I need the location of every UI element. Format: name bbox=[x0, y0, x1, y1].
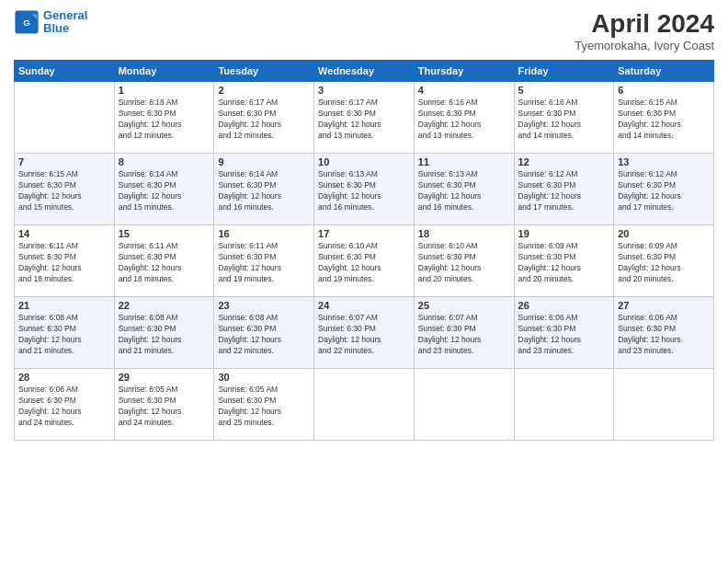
col-tuesday: Tuesday bbox=[214, 61, 314, 82]
table-cell: 24Sunrise: 6:07 AM Sunset: 6:30 PM Dayli… bbox=[314, 297, 415, 369]
table-cell: 10Sunrise: 6:13 AM Sunset: 6:30 PM Dayli… bbox=[314, 154, 415, 225]
table-cell bbox=[314, 369, 415, 441]
calendar-table: Sunday Monday Tuesday Wednesday Thursday… bbox=[14, 60, 714, 441]
table-cell: 5Sunrise: 6:16 AM Sunset: 6:30 PM Daylig… bbox=[514, 82, 614, 154]
day-number: 13 bbox=[618, 156, 710, 167]
day-number: 11 bbox=[418, 156, 510, 167]
day-info: Sunrise: 6:06 AM Sunset: 6:30 PM Dayligh… bbox=[18, 385, 110, 429]
table-cell: 25Sunrise: 6:07 AM Sunset: 6:30 PM Dayli… bbox=[414, 297, 514, 369]
table-cell: 26Sunrise: 6:06 AM Sunset: 6:30 PM Dayli… bbox=[514, 297, 614, 369]
table-cell: 14Sunrise: 6:11 AM Sunset: 6:30 PM Dayli… bbox=[15, 225, 115, 297]
table-cell: 12Sunrise: 6:12 AM Sunset: 6:30 PM Dayli… bbox=[514, 154, 614, 225]
day-number: 14 bbox=[18, 228, 110, 239]
day-number: 9 bbox=[218, 156, 310, 167]
header: G General Blue April 2024 Tyemorokaha, I… bbox=[14, 9, 714, 52]
table-cell: 8Sunrise: 6:14 AM Sunset: 6:30 PM Daylig… bbox=[114, 154, 214, 225]
day-number: 1 bbox=[119, 85, 210, 96]
table-cell: 7Sunrise: 6:15 AM Sunset: 6:30 PM Daylig… bbox=[15, 154, 115, 225]
day-number: 18 bbox=[418, 228, 510, 239]
day-info: Sunrise: 6:12 AM Sunset: 6:30 PM Dayligh… bbox=[518, 169, 610, 213]
table-cell: 3Sunrise: 6:17 AM Sunset: 6:30 PM Daylig… bbox=[314, 82, 415, 154]
week-row-3: 21Sunrise: 6:08 AM Sunset: 6:30 PM Dayli… bbox=[15, 297, 714, 369]
table-cell: 23Sunrise: 6:08 AM Sunset: 6:30 PM Dayli… bbox=[214, 297, 314, 369]
day-number: 23 bbox=[218, 300, 310, 311]
svg-text:G: G bbox=[23, 17, 30, 28]
day-info: Sunrise: 6:09 AM Sunset: 6:30 PM Dayligh… bbox=[518, 241, 610, 285]
day-number: 15 bbox=[119, 228, 210, 239]
day-info: Sunrise: 6:18 AM Sunset: 6:30 PM Dayligh… bbox=[119, 98, 210, 142]
day-number: 7 bbox=[18, 156, 110, 167]
day-info: Sunrise: 6:05 AM Sunset: 6:30 PM Dayligh… bbox=[218, 385, 310, 429]
logo: G General Blue bbox=[14, 9, 87, 36]
day-info: Sunrise: 6:11 AM Sunset: 6:30 PM Dayligh… bbox=[218, 241, 310, 285]
table-cell: 6Sunrise: 6:15 AM Sunset: 6:30 PM Daylig… bbox=[614, 82, 714, 154]
day-info: Sunrise: 6:10 AM Sunset: 6:30 PM Dayligh… bbox=[318, 241, 410, 285]
table-cell: 9Sunrise: 6:14 AM Sunset: 6:30 PM Daylig… bbox=[214, 154, 314, 225]
table-cell: 30Sunrise: 6:05 AM Sunset: 6:30 PM Dayli… bbox=[214, 369, 314, 441]
day-number: 3 bbox=[318, 85, 410, 96]
day-info: Sunrise: 6:13 AM Sunset: 6:30 PM Dayligh… bbox=[418, 169, 510, 213]
day-number: 5 bbox=[518, 85, 610, 96]
week-row-4: 28Sunrise: 6:06 AM Sunset: 6:30 PM Dayli… bbox=[15, 369, 714, 441]
day-number: 30 bbox=[218, 372, 310, 383]
day-number: 22 bbox=[119, 300, 210, 311]
table-cell: 1Sunrise: 6:18 AM Sunset: 6:30 PM Daylig… bbox=[114, 82, 214, 154]
day-info: Sunrise: 6:11 AM Sunset: 6:30 PM Dayligh… bbox=[18, 241, 110, 285]
logo-text-line1: General bbox=[43, 9, 87, 22]
day-number: 25 bbox=[418, 300, 510, 311]
day-number: 26 bbox=[518, 300, 610, 311]
col-friday: Friday bbox=[514, 61, 614, 82]
day-info: Sunrise: 6:06 AM Sunset: 6:30 PM Dayligh… bbox=[618, 313, 710, 357]
table-cell: 28Sunrise: 6:06 AM Sunset: 6:30 PM Dayli… bbox=[15, 369, 115, 441]
day-info: Sunrise: 6:09 AM Sunset: 6:30 PM Dayligh… bbox=[618, 241, 710, 285]
day-number: 6 bbox=[618, 85, 710, 96]
day-info: Sunrise: 6:12 AM Sunset: 6:30 PM Dayligh… bbox=[618, 169, 710, 213]
title-block: April 2024 Tyemorokaha, Ivory Coast bbox=[574, 9, 714, 52]
day-info: Sunrise: 6:15 AM Sunset: 6:30 PM Dayligh… bbox=[18, 169, 110, 213]
day-number: 20 bbox=[618, 228, 710, 239]
day-info: Sunrise: 6:11 AM Sunset: 6:30 PM Dayligh… bbox=[119, 241, 210, 285]
day-info: Sunrise: 6:10 AM Sunset: 6:30 PM Dayligh… bbox=[418, 241, 510, 285]
table-cell: 21Sunrise: 6:08 AM Sunset: 6:30 PM Dayli… bbox=[15, 297, 115, 369]
header-row: Sunday Monday Tuesday Wednesday Thursday… bbox=[15, 61, 714, 82]
table-cell: 20Sunrise: 6:09 AM Sunset: 6:30 PM Dayli… bbox=[614, 225, 714, 297]
day-number: 24 bbox=[318, 300, 410, 311]
col-sunday: Sunday bbox=[15, 61, 115, 82]
table-cell bbox=[15, 82, 115, 154]
table-cell bbox=[614, 369, 714, 441]
col-wednesday: Wednesday bbox=[314, 61, 415, 82]
day-info: Sunrise: 6:14 AM Sunset: 6:30 PM Dayligh… bbox=[218, 169, 310, 213]
day-number: 19 bbox=[518, 228, 610, 239]
day-number: 21 bbox=[18, 300, 110, 311]
day-info: Sunrise: 6:06 AM Sunset: 6:30 PM Dayligh… bbox=[518, 313, 610, 357]
table-cell bbox=[514, 369, 614, 441]
day-info: Sunrise: 6:07 AM Sunset: 6:30 PM Dayligh… bbox=[318, 313, 410, 357]
day-info: Sunrise: 6:16 AM Sunset: 6:30 PM Dayligh… bbox=[418, 98, 510, 142]
col-saturday: Saturday bbox=[614, 61, 714, 82]
table-cell: 13Sunrise: 6:12 AM Sunset: 6:30 PM Dayli… bbox=[614, 154, 714, 225]
logo-icon: G bbox=[14, 9, 40, 35]
day-number: 2 bbox=[218, 85, 310, 96]
day-info: Sunrise: 6:17 AM Sunset: 6:30 PM Dayligh… bbox=[218, 98, 310, 142]
table-cell: 17Sunrise: 6:10 AM Sunset: 6:30 PM Dayli… bbox=[314, 225, 415, 297]
table-cell: 27Sunrise: 6:06 AM Sunset: 6:30 PM Dayli… bbox=[614, 297, 714, 369]
table-cell: 2Sunrise: 6:17 AM Sunset: 6:30 PM Daylig… bbox=[214, 82, 314, 154]
table-cell: 29Sunrise: 6:05 AM Sunset: 6:30 PM Dayli… bbox=[114, 369, 214, 441]
day-number: 17 bbox=[318, 228, 410, 239]
table-cell: 16Sunrise: 6:11 AM Sunset: 6:30 PM Dayli… bbox=[214, 225, 314, 297]
location: Tyemorokaha, Ivory Coast bbox=[574, 39, 714, 52]
day-number: 28 bbox=[18, 372, 110, 383]
day-info: Sunrise: 6:08 AM Sunset: 6:30 PM Dayligh… bbox=[119, 313, 210, 357]
logo-text-line2: Blue bbox=[43, 22, 87, 35]
month-title: April 2024 bbox=[574, 9, 714, 39]
day-number: 12 bbox=[518, 156, 610, 167]
table-cell: 11Sunrise: 6:13 AM Sunset: 6:30 PM Dayli… bbox=[414, 154, 514, 225]
day-info: Sunrise: 6:05 AM Sunset: 6:30 PM Dayligh… bbox=[119, 385, 210, 429]
day-number: 27 bbox=[618, 300, 710, 311]
day-info: Sunrise: 6:13 AM Sunset: 6:30 PM Dayligh… bbox=[318, 169, 410, 213]
week-row-2: 14Sunrise: 6:11 AM Sunset: 6:30 PM Dayli… bbox=[15, 225, 714, 297]
day-info: Sunrise: 6:16 AM Sunset: 6:30 PM Dayligh… bbox=[518, 98, 610, 142]
week-row-1: 7Sunrise: 6:15 AM Sunset: 6:30 PM Daylig… bbox=[15, 154, 714, 225]
table-cell: 4Sunrise: 6:16 AM Sunset: 6:30 PM Daylig… bbox=[414, 82, 514, 154]
day-info: Sunrise: 6:08 AM Sunset: 6:30 PM Dayligh… bbox=[18, 313, 110, 357]
